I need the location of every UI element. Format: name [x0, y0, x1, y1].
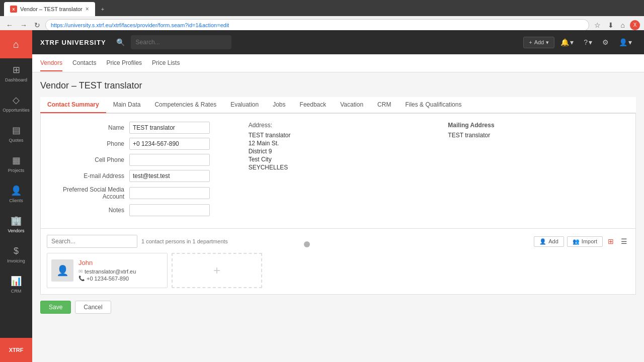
sidebar-item-label: Dashboard	[5, 77, 27, 82]
form-row-cell-phone: Cell Phone	[49, 154, 228, 166]
list-view-button[interactable]: ☰	[619, 236, 629, 247]
cell-phone-label: Cell Phone	[49, 156, 129, 163]
phone-icon: 📞	[78, 276, 85, 281]
tab-main-data[interactable]: Main Data	[106, 97, 148, 113]
name-input[interactable]	[129, 122, 210, 134]
home-icon[interactable]: ⌂	[13, 39, 19, 50]
contact-email: testranslator@xtrf.eu	[85, 268, 136, 275]
secondary-nav-price-profiles[interactable]: Price Profiles	[106, 55, 142, 71]
browser-tab[interactable]: X Vendor – TEST translator ×	[4, 2, 95, 16]
gear-icon: ⚙	[602, 38, 609, 46]
contact-persons-section: 1 contact persons in 1 departments 👤 Add…	[40, 229, 636, 295]
sidebar-item-invoicing[interactable]: $ Invoicing	[0, 239, 32, 269]
notes-input[interactable]	[129, 204, 210, 216]
help-button[interactable]: ? ▾	[580, 36, 596, 48]
phone-input[interactable]	[129, 138, 210, 150]
add-button[interactable]: + Add ▾	[523, 37, 554, 48]
forward-button[interactable]: →	[18, 20, 29, 30]
grid-view-button[interactable]: ⊞	[606, 236, 616, 247]
contact-summary-form: Name Phone Cell Phone E-mail Addres	[40, 113, 636, 229]
tab-contact-summary[interactable]: Contact Summary	[40, 97, 106, 113]
help-icon: ?	[584, 38, 588, 46]
secondary-nav-price-lists[interactable]: Price Lists	[152, 55, 180, 71]
import-contact-button[interactable]: 👥 Import	[567, 236, 603, 247]
sidebar-item-label: Quotes	[9, 138, 23, 143]
list-icon: ☰	[621, 237, 627, 245]
contact-card-john[interactable]: 👤 John ✉ testranslator@xtrf.eu 📞	[47, 253, 168, 288]
url-bar[interactable]: https://university.s.xtrf.eu/xtrf/faces/…	[45, 19, 589, 31]
quotes-icon: ▤	[12, 125, 21, 136]
address-section: Address: TEST translator 12 Main St. Dis…	[249, 122, 428, 220]
cell-phone-input[interactable]	[129, 154, 210, 166]
new-tab-button[interactable]: +	[95, 2, 110, 16]
form-row-phone: Phone	[49, 138, 228, 150]
contact-phone-row: 📞 +0 1234-567-890	[78, 276, 163, 282]
secondary-nav-vendors[interactable]: Vendors	[40, 55, 62, 71]
avatar-icon: 👤	[56, 264, 69, 277]
add-contact-button[interactable]: 👤 Add	[534, 236, 564, 247]
social-label: Preferred Social Media Account	[49, 186, 129, 200]
main-area: XTRF UNIVERSITY 🔍 + Add ▾ 🔔 ▾ ? ▾ ⚙	[32, 30, 644, 362]
contact-cards: 👤 John ✉ testranslator@xtrf.eu 📞	[47, 253, 629, 288]
address-title: Address:	[249, 122, 428, 129]
save-button[interactable]: Save	[40, 301, 71, 314]
search-input[interactable]	[131, 35, 231, 49]
sidebar-item-label: Invoicing	[7, 258, 25, 263]
cancel-button[interactable]: Cancel	[75, 301, 111, 314]
sidebar: ⌂ ⊞ Dashboard ◇ Opportunities ▤ Quotes ▦…	[0, 30, 32, 362]
phone-label: Phone	[49, 140, 129, 147]
vendors-icon: 🏢	[11, 215, 22, 226]
sidebar-item-opportunities[interactable]: ◇ Opportunities	[0, 88, 32, 119]
tab-feedback[interactable]: Feedback	[293, 97, 334, 113]
bookmark-icon[interactable]: ☆	[592, 20, 603, 30]
secondary-nav: Vendors Contacts Price Profiles Price Li…	[32, 54, 644, 72]
tab-files-qualifications[interactable]: Files & Qualifications	[398, 97, 468, 113]
action-buttons: Save Cancel	[40, 295, 636, 320]
contact-search-input[interactable]	[47, 235, 137, 248]
brand-label: XTRF UNIVERSITY	[40, 39, 106, 46]
settings-button[interactable]: ⚙	[598, 36, 613, 48]
tab-bar: Contact Summary Main Data Competencies &…	[40, 97, 636, 113]
home-icon[interactable]: ⌂	[619, 20, 627, 30]
person-icon: 👤	[539, 238, 546, 245]
sidebar-item-vendors[interactable]: 🏢 Vendors	[0, 209, 32, 239]
contact-count: 1 contact persons in 1 departments	[141, 238, 530, 244]
secondary-nav-contacts[interactable]: Contacts	[72, 55, 96, 71]
form-row-notes: Notes	[49, 204, 228, 216]
crm-icon: 📊	[11, 276, 22, 287]
sidebar-item-label: CRM	[11, 289, 22, 294]
tab-jobs[interactable]: Jobs	[266, 97, 292, 113]
email-input[interactable]	[129, 170, 210, 182]
sidebar-item-dashboard[interactable]: ⊞ Dashboard	[0, 58, 32, 88]
social-input[interactable]	[129, 187, 210, 199]
tab-title: Vendor – TEST translator	[20, 6, 83, 12]
chevron-down-icon: ▾	[589, 38, 592, 46]
sidebar-item-quotes[interactable]: ▤ Quotes	[0, 119, 32, 149]
user-button[interactable]: 👤 ▾	[615, 36, 636, 48]
name-label: Name	[49, 124, 129, 131]
notifications-button[interactable]: 🔔 ▾	[556, 36, 578, 48]
profile-icon[interactable]: X	[630, 20, 640, 30]
tab-close-button[interactable]: ×	[86, 6, 89, 13]
tab-favicon: X	[10, 6, 17, 13]
sidebar-item-clients[interactable]: 👤 Clients	[0, 179, 32, 209]
download-icon[interactable]: ⬇	[606, 20, 616, 30]
top-nav: XTRF UNIVERSITY 🔍 + Add ▾ 🔔 ▾ ? ▾ ⚙	[32, 30, 644, 54]
contact-search-bar: 1 contact persons in 1 departments 👤 Add…	[47, 235, 629, 248]
import-icon: 👥	[573, 238, 580, 245]
form-row-social: Preferred Social Media Account	[49, 186, 228, 200]
sidebar-logo: ⌂	[0, 30, 32, 58]
sidebar-item-projects[interactable]: ▦ Projects	[0, 149, 32, 179]
add-new-contact-card[interactable]: +	[172, 253, 262, 288]
address-line-4: Test City	[249, 156, 428, 163]
sidebar-item-crm[interactable]: 📊 CRM	[0, 269, 32, 300]
content-area: Vendors Contacts Price Profiles Price Li…	[32, 54, 644, 362]
chevron-down-icon: ▾	[570, 38, 574, 46]
back-button[interactable]: ←	[4, 20, 15, 30]
refresh-button[interactable]: ↻	[32, 20, 42, 30]
tab-vacation[interactable]: Vacation	[333, 97, 370, 113]
tab-crm[interactable]: CRM	[370, 97, 398, 113]
grid-icon: ⊞	[608, 237, 614, 245]
tab-evaluation[interactable]: Evaluation	[223, 97, 266, 113]
tab-competencies-rates[interactable]: Competencies & Rates	[147, 97, 223, 113]
